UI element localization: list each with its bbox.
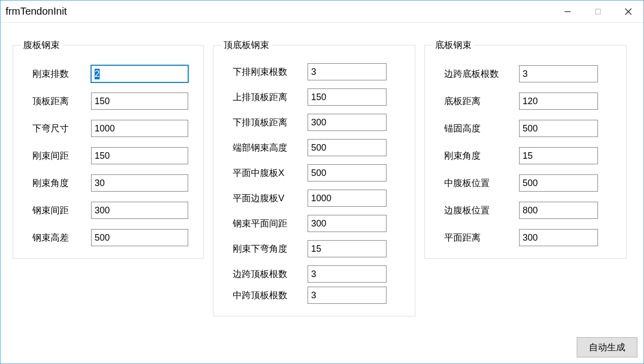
- svg-rect-1: [595, 9, 600, 14]
- field-label: 边腹板位置: [432, 204, 519, 216]
- field-row: 钢束平面间距: [221, 215, 408, 232]
- bend-down-size-input[interactable]: [91, 120, 188, 137]
- auto-generate-button[interactable]: 自动生成: [577, 337, 637, 357]
- top-plate-distance-input[interactable]: [91, 93, 188, 110]
- field-row: 边腹板位置: [432, 202, 619, 219]
- field-label: 刚束角度: [20, 177, 91, 189]
- field-label: 底板距离: [432, 95, 519, 107]
- side-span-bottom-count-input[interactable]: [519, 65, 598, 82]
- cable-spacing-input[interactable]: [91, 202, 188, 219]
- mid-web-pos-input[interactable]: [519, 174, 598, 192]
- field-label: 锚固高度: [432, 122, 519, 134]
- client-area: 腹板钢束 刚束排数 顶板距离 下弯尺寸 刚束间距 刚束角度: [1, 23, 643, 363]
- close-icon: [624, 7, 633, 16]
- minimize-icon: [564, 8, 571, 15]
- field-label: 刚束下弯角度: [221, 243, 308, 255]
- side-web-pos-input[interactable]: [519, 202, 598, 219]
- titlebar: frmTendonInit: [1, 1, 643, 23]
- tendon-row-count-input[interactable]: [91, 65, 188, 82]
- group-bottom-tendon: 底板钢束 边跨底板根数 底板距离 锚固高度 刚束角度 中腹板位置: [424, 39, 627, 259]
- field-label: 刚束排数: [20, 68, 91, 80]
- bend-down-angle-input[interactable]: [308, 240, 387, 257]
- tendon-angle-bottom-input[interactable]: [519, 147, 598, 164]
- field-row: 钢束间距: [20, 202, 196, 219]
- field-row: 下排刚束根数: [221, 63, 408, 80]
- field-label: 中跨顶板根数: [221, 289, 308, 301]
- field-label: 下排刚束根数: [221, 66, 308, 78]
- plane-side-web-v-input[interactable]: [308, 190, 387, 207]
- maximize-icon: [594, 8, 602, 15]
- lower-top-dist-input[interactable]: [308, 114, 387, 131]
- group-web-tendon-legend: 腹板钢束: [20, 39, 63, 51]
- field-row: 平面距离: [432, 229, 619, 246]
- field-row: 边跨顶板根数: [221, 265, 408, 283]
- field-label: 钢束平面间距: [221, 217, 308, 230]
- field-row: 刚束角度: [432, 147, 619, 164]
- lower-row-count-input[interactable]: [308, 63, 387, 80]
- side-span-top-count-input[interactable]: [308, 265, 387, 283]
- field-row: 底板距离: [432, 93, 619, 110]
- field-row: 锚固高度: [432, 120, 619, 137]
- field-label: 顶板距离: [20, 95, 91, 107]
- window-controls: [552, 1, 643, 22]
- group-topbottom-tendon-legend: 顶底板钢束: [221, 39, 272, 51]
- field-label: 平面距离: [432, 232, 519, 244]
- field-row: 中跨顶板根数: [221, 287, 408, 304]
- minimize-button[interactable]: [552, 1, 583, 22]
- field-label: 端部钢束高度: [221, 142, 308, 154]
- close-button[interactable]: [613, 1, 643, 22]
- end-tendon-height-input[interactable]: [308, 139, 387, 156]
- upper-top-dist-input[interactable]: [308, 88, 387, 106]
- field-row: 刚束间距: [20, 147, 196, 164]
- field-label: 上排顶板距离: [221, 91, 308, 103]
- field-label: 边跨顶板根数: [221, 268, 308, 280]
- group-web-tendon: 腹板钢束 刚束排数 顶板距离 下弯尺寸 刚束间距 刚束角度: [13, 39, 204, 259]
- field-label: 边跨底板根数: [432, 68, 519, 80]
- anchor-height-input[interactable]: [519, 120, 598, 137]
- field-row: 平面边腹板V: [221, 190, 408, 207]
- cable-height-diff-input[interactable]: [91, 229, 188, 246]
- field-label: 平面边腹板V: [221, 192, 308, 204]
- field-row: 边跨底板根数: [432, 65, 619, 82]
- field-label: 刚束间距: [20, 150, 91, 162]
- field-row: 上排顶板距离: [221, 88, 408, 106]
- plane-distance-input[interactable]: [519, 229, 598, 246]
- field-label: 下弯尺寸: [20, 122, 91, 134]
- group-topbottom-tendon: 顶底板钢束 下排刚束根数 上排顶板距离 下排顶板距离 端部钢束高度 平面中腹板X: [213, 39, 415, 316]
- field-row: 下弯尺寸: [20, 120, 196, 137]
- field-label: 钢束间距: [20, 204, 91, 216]
- tendon-angle-input[interactable]: [91, 174, 188, 192]
- field-row: 平面中腹板X: [221, 164, 408, 181]
- maximize-button[interactable]: [583, 1, 613, 22]
- field-row: 顶板距离: [20, 93, 196, 110]
- window-title: frmTendonInit: [6, 6, 552, 17]
- field-label: 下排顶板距离: [221, 116, 308, 128]
- plane-mid-web-x-input[interactable]: [308, 164, 387, 181]
- field-row: 钢束高差: [20, 229, 196, 246]
- tendon-plane-spacing-input[interactable]: [308, 215, 387, 232]
- field-label: 刚束角度: [432, 150, 519, 162]
- mid-span-top-count-input[interactable]: [308, 287, 387, 304]
- field-label: 平面中腹板X: [221, 167, 308, 179]
- field-row: 刚束下弯角度: [221, 240, 408, 257]
- field-row: 端部钢束高度: [221, 139, 408, 156]
- field-row: 刚束排数: [20, 65, 196, 82]
- bottom-plate-dist-input[interactable]: [519, 93, 598, 110]
- field-row: 刚束角度: [20, 174, 196, 192]
- field-label: 钢束高差: [20, 232, 91, 244]
- app-window: frmTendonInit 腹板钢束: [0, 0, 644, 364]
- tendon-spacing-input[interactable]: [91, 147, 188, 164]
- group-bottom-tendon-legend: 底板钢束: [432, 39, 475, 51]
- field-row: 下排顶板距离: [221, 114, 408, 131]
- field-label: 中腹板位置: [432, 177, 519, 189]
- field-row: 中腹板位置: [432, 174, 619, 192]
